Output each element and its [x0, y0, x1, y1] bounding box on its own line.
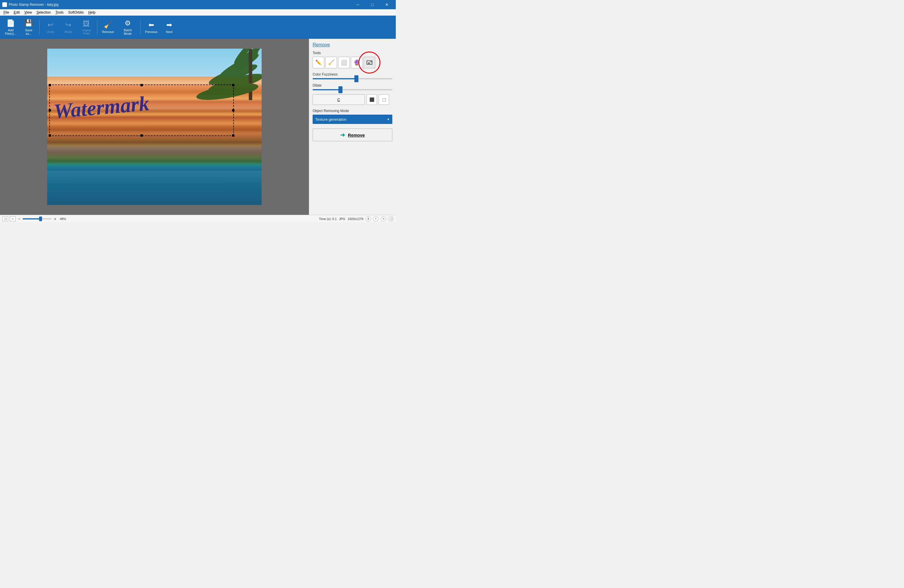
separator-3 [140, 20, 141, 35]
tools-section-label: Tools [313, 51, 392, 55]
dropdown-arrow-icon: ▼ [387, 118, 390, 121]
clear-selection-button[interactable]: C [313, 95, 365, 105]
object-removing-mode-label: Object Removing Mode [313, 109, 392, 113]
previous-label: Previous [145, 30, 158, 33]
status-select-icon[interactable]: ⬜ [2, 216, 8, 221]
dimensions-label: 1920x1279 [348, 217, 363, 221]
save-as-button[interactable]: 💾 Saveas... [20, 17, 37, 37]
twitter-icon[interactable]: 𝕏 [381, 216, 386, 221]
zoom-slider[interactable] [23, 218, 52, 219]
status-zoom-icon[interactable]: □ [10, 216, 16, 221]
remove-toolbar-button[interactable]: 🧹 Remove [100, 17, 117, 37]
menu-view[interactable]: View [22, 10, 34, 15]
title-bar: Photo Stamp Remover - italy.jpg ─ □ ✕ [0, 0, 396, 9]
zoom-thumb[interactable] [39, 216, 42, 221]
undo-label: Undo [47, 30, 54, 33]
tools-row: ✏️ 🧹 ⬜ 🔮 🖃 [313, 57, 392, 68]
remove-button[interactable]: ➜ Remove [313, 129, 392, 141]
menu-bar: File Edit View Selection Tools SoftOrbit… [0, 9, 396, 16]
side-panel: Remove Tools ✏️ 🧹 ⬜ 🔮 🖃 Color Fuzziness [309, 39, 396, 215]
selection-actions-row: C ⬛ ⬚ [313, 95, 392, 105]
menu-help[interactable]: Help [86, 10, 98, 15]
batch-mode-icon: ⚙ [125, 19, 131, 27]
clear-selection-label: C [337, 98, 340, 102]
menu-edit[interactable]: Edit [11, 10, 22, 15]
redo-icon: ↪ [65, 21, 71, 29]
undo-button[interactable]: ↩ Undo [42, 17, 59, 37]
maximize-button[interactable]: □ [366, 0, 379, 9]
batch-mode-button[interactable]: ⚙ BatchMode [118, 17, 138, 37]
previous-button[interactable]: ⬅ Previous [143, 17, 160, 37]
dilate-fill [313, 89, 340, 90]
status-left: ⬜ □ − + 48% [2, 216, 317, 221]
dilate-row: Dilate [313, 84, 392, 90]
zoom-fill [23, 218, 40, 219]
color-fuzziness-row: Color Fuzziness [313, 73, 392, 79]
close-button[interactable]: ✕ [380, 0, 394, 9]
separator-1 [40, 20, 40, 35]
menu-tools[interactable]: Tools [53, 10, 66, 15]
format-label: JPG [339, 217, 345, 221]
minimize-button[interactable]: ─ [351, 0, 365, 9]
menu-selection[interactable]: Selection [34, 10, 53, 15]
original-image-button[interactable]: 🖼 Original Image [78, 17, 95, 37]
zoom-plus-icon[interactable]: + [54, 216, 56, 221]
main-area: Watermark Remove Too [0, 39, 396, 215]
remove-icon: 🧹 [104, 21, 112, 29]
color-fuzziness-thumb[interactable] [354, 75, 359, 82]
status-right: Time (s): 0.1 JPG 1920x1279 ℹ f 𝕏 ⬜ [319, 216, 394, 221]
image-container: Watermark [47, 49, 262, 205]
previous-icon: ⬅ [149, 21, 154, 29]
color-fuzziness-label: Color Fuzziness [313, 73, 392, 76]
batch-mode-label: BatchMode [124, 28, 132, 35]
panel-title: Remove [313, 42, 392, 47]
menu-softorbits[interactable]: SoftOrbits [66, 10, 86, 15]
save-as-label: Saveas... [25, 28, 32, 35]
dilate-thumb[interactable] [338, 86, 343, 93]
pencil-tool-button[interactable]: ✏️ [313, 57, 324, 68]
menu-file[interactable]: File [1, 10, 11, 15]
add-files-label: AddFile(s)... [5, 28, 16, 35]
redo-button[interactable]: ↪ Redo [60, 17, 77, 37]
remove-arrow-icon: ➜ [340, 131, 345, 139]
app-icon [2, 2, 7, 7]
stamp-tool-container: 🖃 [363, 57, 375, 68]
remove-button-label: Remove [348, 132, 365, 137]
undo-icon: ↩ [47, 21, 53, 29]
next-button[interactable]: ➡ Next [161, 17, 178, 37]
original-image-icon: 🖼 [83, 20, 90, 28]
zoom-level: 48% [60, 217, 66, 221]
color-fuzziness-fill [313, 78, 356, 79]
status-bar: ⬜ □ − + 48% Time (s): 0.1 JPG 1920x1279 … [0, 215, 396, 222]
water-layer [47, 170, 262, 205]
next-label: Next [166, 30, 173, 33]
stamp-tool-button[interactable]: 🖃 [363, 57, 375, 68]
share-icon[interactable]: ⬜ [388, 216, 394, 221]
facebook-icon[interactable]: f [373, 216, 378, 221]
dilate-slider[interactable] [313, 89, 392, 90]
color-fuzziness-slider[interactable] [313, 78, 392, 79]
invert-selection-button[interactable]: ⬚ [379, 95, 389, 105]
remove-toolbar-label: Remove [102, 30, 114, 33]
rect-select-tool-button[interactable]: ⬜ [338, 57, 350, 68]
zoom-minus-icon[interactable]: − [18, 216, 20, 221]
redo-label: Redo [65, 30, 72, 33]
save-as-icon: 💾 [24, 19, 33, 27]
zoom-slider-container [23, 218, 52, 219]
select-all-button[interactable]: ⬛ [367, 95, 377, 105]
info-icon[interactable]: ℹ [366, 216, 371, 221]
window-controls: ─ □ ✕ [351, 0, 394, 9]
next-icon: ➡ [166, 21, 172, 29]
lasso-tool-button[interactable]: 🔮 [351, 57, 362, 68]
canvas-area[interactable]: Watermark [0, 39, 309, 215]
add-files-icon: 📄 [6, 19, 15, 27]
eraser-tool-button[interactable]: 🧹 [326, 57, 337, 68]
dilate-label: Dilate [313, 84, 392, 87]
window-title: Photo Stamp Remover - italy.jpg [9, 3, 58, 7]
mode-selected-value: Texture generation [315, 117, 346, 121]
time-label: Time (s): 0.1 [319, 217, 337, 221]
toolbar: 📄 AddFile(s)... 💾 Saveas... ↩ Undo ↪ Red… [0, 16, 396, 39]
mode-dropdown[interactable]: Texture generation ▼ [313, 115, 392, 124]
italy-photo: Watermark [47, 49, 262, 205]
add-files-button[interactable]: 📄 AddFile(s)... [2, 17, 19, 37]
